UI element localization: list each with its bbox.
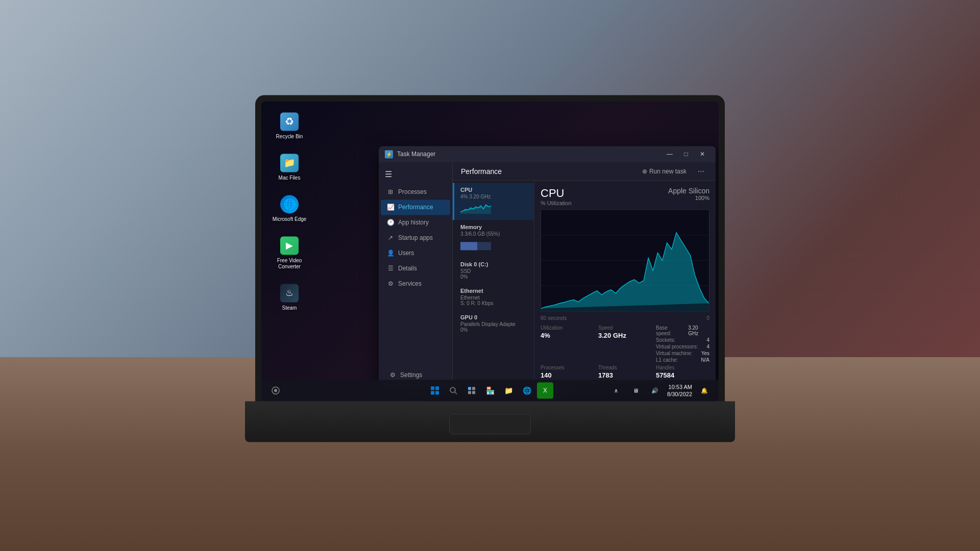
search-icon-svg — [449, 386, 457, 394]
task-manager-app-icon: ⚡ — [385, 150, 393, 158]
svg-line-12 — [455, 392, 457, 394]
taskbar-time-value: 10:53 AM — [667, 383, 692, 390]
desktop-icon-mac-files[interactable]: 📁 Mac Files — [272, 153, 307, 181]
stat-handles: Handles 57584 — [656, 365, 709, 379]
device-list: CPU 4% 3.20 GHz Memory — [453, 181, 534, 391]
device-item-cpu[interactable]: CPU 4% 3.20 GHz — [453, 183, 534, 220]
taskbar-edge-icon[interactable]: 🌐 — [519, 382, 535, 398]
recycle-bin-icon: ♻ — [279, 111, 300, 132]
tray-chevron-icon[interactable]: ∧ — [608, 382, 624, 398]
memory-device-name: Memory — [460, 224, 528, 230]
desktop-icon-recycle-bin[interactable]: ♻ Recycle Bin — [272, 111, 307, 140]
sockets-key: Sockets: — [656, 337, 675, 343]
disk-device-name: Disk 0 (C:) — [460, 261, 528, 267]
taskbar-search-icon[interactable] — [445, 382, 461, 398]
cpu-chart-percent: 100% — [668, 195, 709, 201]
device-item-gpu[interactable]: GPU 0 Parallels Display Adapte 0% — [453, 310, 534, 337]
stat-processes: Processes 140 — [541, 365, 594, 379]
services-icon: ⚙ — [387, 280, 394, 287]
cpu-stats-grid: Utilization 4% Speed 3.20 GHz — [541, 325, 709, 363]
taskbar: 🏪 📁 🌐 X ∧ 🖥 🔊 10:53 AM 8/30 — [261, 380, 719, 401]
taskbar-xbox-icon[interactable]: X — [537, 382, 553, 398]
header-actions: ⊕ Run new task ··· — [638, 165, 707, 178]
device-item-memory[interactable]: Memory 3.3/6.0 GB (55%) — [453, 220, 534, 257]
laptop-screen: ♻ Recycle Bin 📁 Mac Files 🌐 — [261, 101, 719, 401]
system-tray: ∧ 🖥 🔊 — [608, 382, 663, 398]
gpu-device-pct: 0% — [460, 327, 528, 333]
nav-app-history[interactable]: 🕐 App history — [381, 215, 450, 230]
taskbar-files-icon[interactable]: 📁 — [500, 382, 517, 398]
laptop-screen-bezel: ♻ Recycle Bin 📁 Mac Files 🌐 — [255, 95, 725, 406]
taskbar-widgets-icon[interactable] — [463, 382, 480, 398]
utilization-label: Utilization — [541, 325, 594, 331]
laptop-trackpad — [449, 414, 531, 434]
gpu-device-sub: Parallels Display Adapte — [460, 321, 528, 327]
handles-value: 57584 — [656, 371, 709, 379]
details-icon: ☰ — [387, 265, 394, 272]
taskbar-notification-icon[interactable]: 🔔 — [696, 382, 713, 398]
vm-key: Virtual machine: — [656, 350, 693, 356]
tray-network-icon[interactable]: 🖥 — [627, 382, 644, 398]
cpu-performance-chart — [541, 209, 709, 311]
svg-point-6 — [274, 389, 277, 392]
ethernet-device-sub: Ethernet — [460, 295, 528, 300]
nav-users[interactable]: 👤 Users — [381, 245, 450, 261]
performance-content: CPU 4% 3.20 GHz Memory — [453, 181, 716, 391]
hamburger-menu[interactable]: ☰ — [379, 166, 452, 182]
l1-key: L1 cache: — [656, 357, 678, 363]
device-item-disk[interactable]: Disk 0 (C:) SSD 0% — [453, 257, 534, 284]
desktop-icon-edge[interactable]: 🌐 Microsoft Edge — [272, 194, 307, 222]
edge-icon: 🌐 — [279, 194, 300, 214]
stat-speed: Speed 3.20 GHz — [598, 325, 652, 363]
nav-startup-apps[interactable]: ↗ Startup apps — [381, 230, 450, 245]
run-task-icon: ⊕ — [642, 168, 647, 175]
tray-speaker-icon[interactable]: 🔊 — [647, 382, 663, 398]
performance-title: Performance — [461, 167, 502, 176]
handles-label: Handles — [656, 365, 709, 370]
minimize-button[interactable]: — — [663, 149, 677, 159]
cpu-chart-svg — [541, 210, 709, 311]
taskbar-clock[interactable]: 10:53 AM 8/30/2022 — [667, 383, 692, 398]
edge-label: Microsoft Edge — [273, 216, 307, 222]
converter-icon: ▶ — [279, 235, 300, 256]
widgets-icon-svg — [468, 386, 476, 394]
svg-point-11 — [450, 387, 455, 392]
desktop-icon-steam[interactable]: ♨ Steam — [272, 283, 307, 311]
windows-desktop: ♻ Recycle Bin 📁 Mac Files 🌐 — [261, 101, 719, 401]
windows-logo-icon — [431, 386, 439, 394]
processes-value: 140 — [541, 371, 594, 379]
taskbar-store-icon[interactable]: 🏪 — [482, 382, 498, 398]
cpu-device-sub: 4% 3.20 GHz — [460, 194, 528, 199]
task-manager-body: ☰ ⊞ Processes 📈 Performance 🕐 — [379, 162, 716, 391]
device-item-ethernet[interactable]: Ethernet Ethernet S: 0 R: 0 Kbps — [453, 284, 534, 310]
threads-value: 1783 — [598, 371, 652, 379]
maximize-button[interactable]: □ — [679, 149, 693, 159]
cpu-device-name: CPU — [460, 187, 528, 193]
windows-start-button[interactable] — [427, 382, 443, 398]
cpu-mini-chart — [460, 202, 491, 214]
nav-services[interactable]: ⚙ Services — [381, 276, 450, 291]
svg-rect-16 — [472, 391, 475, 394]
close-button[interactable]: ✕ — [695, 149, 709, 159]
nav-processes[interactable]: ⊞ Processes — [381, 184, 450, 199]
processes-label: Processes — [541, 365, 594, 370]
nav-performance[interactable]: 📈 Performance — [381, 199, 450, 215]
svg-rect-8 — [435, 386, 439, 390]
desktop-icon-converter[interactable]: ▶ Free Video Converter — [272, 235, 307, 270]
chart-time-end: 0 — [706, 315, 709, 321]
mac-files-label: Mac Files — [279, 175, 301, 181]
processes-icon: ⊞ — [387, 188, 394, 195]
svg-rect-1 — [460, 242, 477, 250]
task-manager-titlebar: ⚡ Task Manager — □ ✕ — [379, 146, 716, 162]
threads-label: Threads — [598, 365, 652, 370]
taskbar-cortana-icon[interactable] — [267, 382, 284, 398]
ethernet-device-name: Ethernet — [460, 288, 528, 294]
task-manager-title: Task Manager — [397, 151, 663, 158]
task-manager-window: ⚡ Task Manager — □ ✕ ☰ ⊞ — [379, 146, 716, 391]
nav-details[interactable]: ☰ Details — [381, 261, 450, 276]
more-options-button[interactable]: ··· — [695, 165, 707, 178]
run-new-task-button[interactable]: ⊕ Run new task — [638, 166, 691, 177]
steam-label: Steam — [282, 305, 297, 311]
cpu-util-label: % Utilization — [541, 200, 572, 206]
gpu-device-name: GPU 0 — [460, 314, 528, 320]
